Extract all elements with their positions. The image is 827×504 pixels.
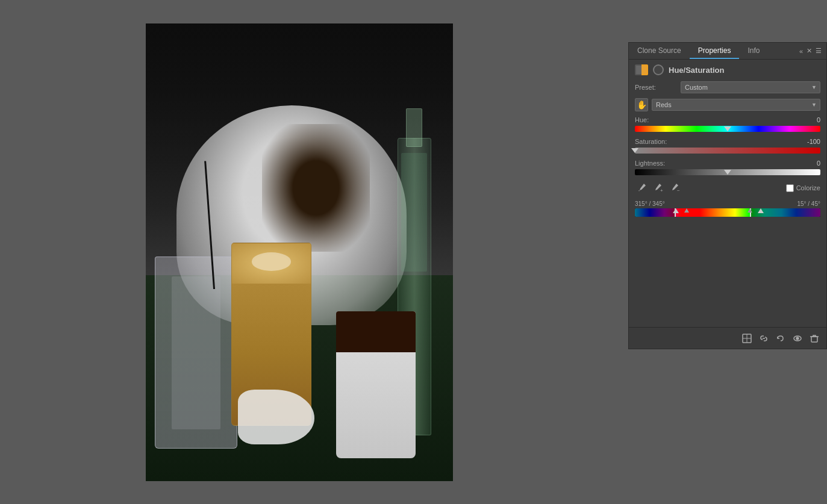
hand [238,390,315,444]
colorize-checkbox[interactable] [786,184,794,192]
coffee-mug [336,311,416,458]
svg-rect-7 [811,337,817,342]
panel-header-icons: « ✕ ☰ [799,47,826,55]
lightness-label-row: Lightness: 0 [635,160,820,167]
lightness-value: 0 [796,160,820,167]
color-range-section: 315° / 345° 15° / 45° [635,201,820,217]
undo-icon[interactable] [775,332,787,344]
photo-canvas [146,23,453,481]
preset-select[interactable]: Custom Default Cyanotype Sepia [681,81,820,93]
adjustment-title-text: Hue/Saturation [669,66,724,75]
visibility-icon[interactable] [791,332,804,344]
range-handle-left-inner[interactable] [684,208,689,213]
panel-bottom-bar [629,327,826,349]
saturation-slider-track[interactable] [635,148,820,154]
hue-label: Hue: [635,116,649,123]
collapse-icon[interactable]: « [799,48,803,55]
channel-row: ✋ Reds Master Yellows Greens Cyans Blues… [635,98,820,111]
hue-slider-thumb[interactable] [724,126,731,131]
range-right-marker: 15° / 45° [797,201,820,207]
delete-icon[interactable] [808,332,820,344]
svg-text:−: − [677,188,680,193]
lightness-slider-row: Lightness: 0 [635,160,820,175]
color-range-bar[interactable] [635,208,820,217]
range-markers: 315° / 345° 15° / 45° [635,201,820,207]
colorize-checkbox-label[interactable]: Colorize [786,184,820,192]
tab-properties[interactable]: Properties [690,43,740,59]
svg-text:+: + [660,188,663,193]
saturation-slider-thumb[interactable] [631,148,638,153]
tab-clone-source[interactable]: Clone Source [629,43,690,59]
link-icon[interactable] [758,332,770,344]
eyedropper-subtract-button[interactable]: − [669,181,682,194]
channel-select[interactable]: Reds Master Yellows Greens Cyans Blues M… [652,99,820,111]
hue-label-row: Hue: 0 [635,116,820,123]
range-left-marker: 315° / 345° [635,201,665,207]
saturation-label-row: Saturation: -100 [635,138,820,145]
saturation-value: -100 [796,138,820,145]
canvas-area [0,0,598,504]
colorize-label-text: Colorize [796,184,820,191]
panel-tabs: Clone Source Properties Info [629,43,768,59]
range-handle-right-inner[interactable] [747,208,752,213]
channel-select-wrapper: Reds Master Yellows Greens Cyans Blues M… [652,99,820,111]
add-mask-icon[interactable] [741,332,753,344]
panel-content: Hue/Saturation Preset: Custom Default Cy… [629,60,826,327]
adjustment-circle-icon [653,64,664,75]
lightness-label: Lightness: [635,160,665,167]
photo-background [146,23,453,481]
lightness-slider-track[interactable] [635,169,820,175]
hair [262,124,370,252]
panel-header: Clone Source Properties Info « ✕ ☰ [629,43,826,60]
iced-glass [155,257,238,449]
eyedropper-add-button[interactable]: + [652,181,665,194]
svg-point-6 [796,337,799,340]
adjustment-title-row: Hue/Saturation [635,64,820,75]
hue-slider-row: Hue: 0 [635,116,820,132]
saturation-label: Saturation: [635,138,667,145]
close-icon[interactable]: ✕ [807,47,812,55]
hue-slider-track[interactable] [635,126,820,132]
hue-value: 0 [796,116,820,123]
preset-select-wrapper: Custom Default Cyanotype Sepia ▼ [681,81,820,93]
preset-label: Preset: [635,84,677,91]
tab-info[interactable]: Info [739,43,768,59]
lightness-slider-thumb[interactable] [724,170,731,175]
preset-row: Preset: Custom Default Cyanotype Sepia ▼ [635,81,820,93]
properties-panel: Clone Source Properties Info « ✕ ☰ Hue/S… [628,42,827,349]
layers-icon [635,64,648,75]
saturation-slider-row: Saturation: -100 [635,138,820,154]
eyedropper-colorize-row: + − Colorize [635,181,820,194]
svg-rect-1 [641,66,647,74]
range-handle-right-outer[interactable] [758,208,764,213]
range-left-mask [635,208,676,217]
svg-rect-0 [636,66,641,74]
range-handle-left-outer[interactable] [673,208,679,213]
eyedropper-button[interactable] [635,181,648,194]
hand-tool-button[interactable]: ✋ [635,98,648,111]
menu-icon[interactable]: ☰ [816,47,822,55]
